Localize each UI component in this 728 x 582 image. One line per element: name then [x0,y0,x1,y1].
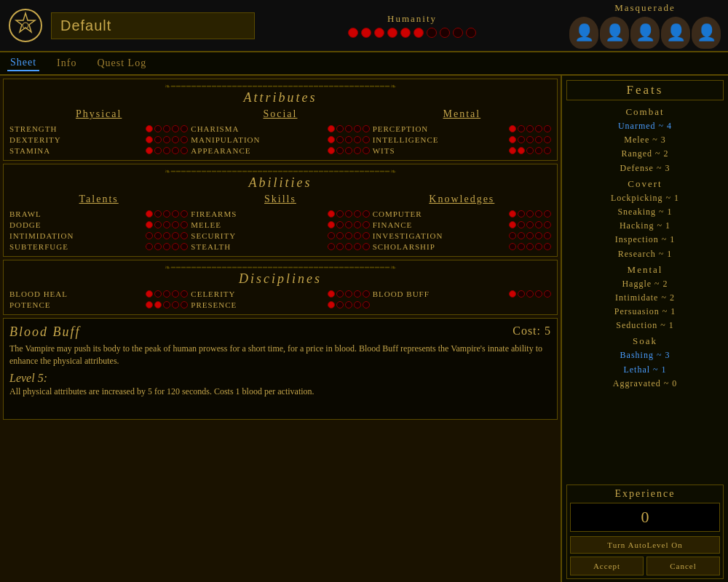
stat-dot[interactable] [544,290,551,298]
stat-dot[interactable] [154,147,162,154]
stat-dot[interactable] [146,210,153,218]
stat-dot[interactable] [154,125,162,132]
feat-inspection[interactable]: Inspection ~ 1 [566,233,724,247]
stat-dot[interactable] [518,221,525,228]
stat-dot[interactable] [544,125,551,132]
stat-dot[interactable] [345,301,352,308]
appearance-dots[interactable] [328,147,370,154]
stat-dot[interactable] [172,243,179,250]
stat-dot[interactable] [163,221,170,228]
stat-dot[interactable] [363,125,370,132]
stat-dot[interactable] [172,210,179,218]
presence-dots[interactable] [328,301,370,308]
stat-dot[interactable] [509,232,516,239]
stat-dot[interactable] [336,147,344,154]
humanity-dot[interactable] [374,28,384,38]
stat-dot[interactable] [354,290,361,298]
feat-research[interactable]: Research ~ 1 [566,247,724,261]
stat-dot[interactable] [535,290,542,298]
stat-dot[interactable] [146,301,153,308]
tab-sheet[interactable]: Sheet [7,55,39,71]
stat-dot[interactable] [154,232,162,239]
stat-dot[interactable] [518,210,525,218]
humanity-dot[interactable] [453,28,463,38]
stat-dot[interactable] [181,221,188,228]
stat-dot[interactable] [509,243,516,250]
tab-quest-log[interactable]: Quest Log [94,56,149,71]
stat-dot[interactable] [328,210,335,218]
melee-dots[interactable] [328,221,370,228]
stat-dot[interactable] [172,301,179,308]
stat-dot[interactable] [146,147,153,154]
stat-dot[interactable] [146,243,153,250]
scholarship-dots[interactable] [509,243,551,250]
security-dots[interactable] [328,232,370,239]
humanity-dot[interactable] [466,28,476,38]
stat-dot[interactable] [354,210,361,218]
feat-lethal[interactable]: Lethal ~ 1 [566,363,724,377]
feat-haggle[interactable]: Haggle ~ 2 [566,277,724,291]
stat-dot[interactable] [154,210,162,218]
stat-dot[interactable] [146,136,153,143]
feat-seduction[interactable]: Seduction ~ 1 [566,319,724,332]
stat-dot[interactable] [336,221,344,228]
stat-dot[interactable] [336,232,344,239]
stat-dot[interactable] [328,125,335,132]
intimidation-dots[interactable] [146,232,188,239]
feat-persuasion[interactable]: Persuasion ~ 1 [566,305,724,319]
stat-dot[interactable] [328,232,335,239]
stat-dot[interactable] [535,210,542,218]
stat-dot[interactable] [181,232,188,239]
stat-dot[interactable] [509,210,516,218]
tab-info[interactable]: Info [54,56,79,71]
stat-dot[interactable] [328,243,335,250]
stat-dot[interactable] [154,243,162,250]
stat-dot[interactable] [181,136,188,143]
stat-dot[interactable] [518,232,525,239]
feat-unarmed[interactable]: Unarmed ~ 4 [566,119,724,133]
firearms-dots[interactable] [328,210,370,218]
humanity-dot[interactable] [414,28,424,38]
stat-dot[interactable] [163,290,170,298]
stat-dot[interactable] [518,147,525,154]
stat-dot[interactable] [163,210,170,218]
stat-dot[interactable] [509,221,516,228]
stat-dot[interactable] [336,243,344,250]
stat-dot[interactable] [181,290,188,298]
blood-heal-dots[interactable] [146,290,188,298]
stat-dot[interactable] [518,290,525,298]
stealth-dots[interactable] [328,243,370,250]
stat-dot[interactable] [354,232,361,239]
feat-aggravated[interactable]: Aggravated ~ 0 [566,377,724,391]
stat-dot[interactable] [363,290,370,298]
autolevel-button[interactable]: Turn AutoLevel On [570,536,720,554]
stat-dot[interactable] [526,290,534,298]
stat-dot[interactable] [363,232,370,239]
manipulation-dots[interactable] [328,136,370,143]
stat-dot[interactable] [526,210,534,218]
stat-dot[interactable] [544,136,551,143]
charisma-dots[interactable] [328,125,370,132]
humanity-dot[interactable] [387,28,397,38]
stat-dot[interactable] [172,221,179,228]
stat-dot[interactable] [535,125,542,132]
stat-dot[interactable] [354,243,361,250]
stat-dot[interactable] [526,243,534,250]
stat-dot[interactable] [345,147,352,154]
stat-dot[interactable] [535,221,542,228]
stat-dot[interactable] [345,221,352,228]
stat-dot[interactable] [354,136,361,143]
humanity-dot[interactable] [400,28,411,38]
stat-dot[interactable] [544,221,551,228]
stat-dot[interactable] [509,125,516,132]
subterfuge-dots[interactable] [146,243,188,250]
stat-dot[interactable] [518,243,525,250]
stat-dot[interactable] [181,210,188,218]
stat-dot[interactable] [163,147,170,154]
stat-dot[interactable] [535,136,542,143]
stat-dot[interactable] [172,290,179,298]
char-name-input[interactable] [51,12,255,39]
stamina-dots[interactable] [146,147,188,154]
humanity-dot[interactable] [361,28,371,38]
humanity-dot[interactable] [427,28,437,38]
